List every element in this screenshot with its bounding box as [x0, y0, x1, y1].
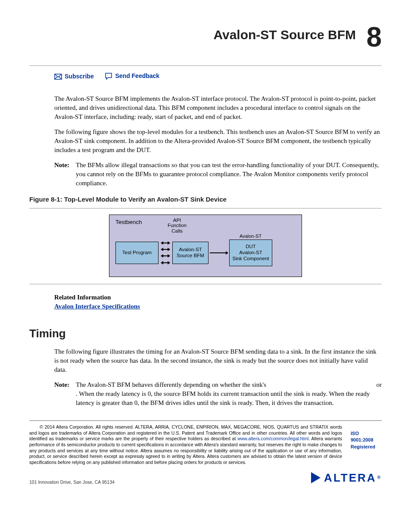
- timing-note-label: Note:: [54, 380, 76, 408]
- diagram-api-arrows: [161, 243, 170, 263]
- subscribe-label: Subscribe: [65, 72, 94, 81]
- intro-paragraph-1: The Avalon-ST Source BFM implements the …: [54, 94, 382, 121]
- diagram-avalon-st-label: Avalon-ST: [240, 233, 262, 240]
- diagram-avalon-st-arrow: [210, 252, 228, 253]
- figure-8-1: Testbench API Function Calls Avalon-ST T…: [29, 215, 382, 277]
- timing-paragraph: The following figure illustrates the tim…: [54, 347, 382, 374]
- timing-note-text-a: The Avalon-ST BFM behaves differently de…: [76, 381, 266, 388]
- diagram-box3-line1: DUT: [230, 244, 272, 250]
- avalon-spec-link[interactable]: Avalon Interface Specifications: [54, 303, 140, 310]
- intro-paragraph-2: The following figure shows the top-level…: [54, 128, 382, 155]
- note-text: The BFMs allow illegal transactions so t…: [76, 161, 382, 188]
- diagram-box3-line3: Sink Component: [230, 256, 272, 262]
- diagram-box-test-program: Test Program: [115, 242, 159, 264]
- divider: [29, 284, 382, 284]
- copyright-symbol: ©: [29, 424, 43, 429]
- speech-bubble-icon: [105, 73, 112, 80]
- footer-address: 101 Innovation Drive, San Jose, CA 95134: [29, 479, 115, 485]
- chapter-number: 8: [366, 18, 382, 57]
- timing-note-text-c: . When the ready latency is 0, the sourc…: [76, 390, 370, 406]
- divider: [29, 208, 382, 208]
- timing-note-text-b: or: [377, 380, 382, 389]
- feedback-label: Send Feedback: [115, 72, 159, 81]
- diagram-box2-line1: Avalon-ST: [173, 247, 208, 253]
- diagram-box-source-bfm: Avalon-ST Source BFM: [172, 242, 209, 264]
- diagram-api-label: API Function Calls: [166, 218, 188, 234]
- note-label: Note:: [54, 161, 76, 188]
- envelope-icon: [54, 74, 62, 80]
- diagram-box3-line2: Avalon-ST: [230, 250, 272, 256]
- iso-badge: ISO 9001:2008 Registered: [351, 424, 382, 450]
- logo-text: ALTERA: [324, 470, 377, 485]
- diagram-testbench-label: Testbench: [115, 218, 290, 227]
- logo-triangle-icon: [311, 472, 321, 483]
- logo-registered-mark: ®: [377, 475, 382, 481]
- related-info-heading: Related Information: [54, 293, 382, 302]
- timing-note-text: The Avalon-ST BFM behaves differently de…: [76, 380, 382, 408]
- diagram-box2-line2: Source BFM: [173, 253, 208, 259]
- divider: [29, 65, 382, 66]
- altera-logo: ALTERA ®: [311, 470, 382, 485]
- figure-caption: Figure 8-1: Top-Level Module to Verify a…: [29, 195, 382, 204]
- timing-note-block: Note: The Avalon-ST BFM behaves differen…: [54, 380, 382, 408]
- subscribe-link[interactable]: Subscribe: [54, 72, 94, 81]
- chapter-title: Avalon-ST Source BFM: [29, 26, 382, 44]
- legal-link[interactable]: www.altera.com/common/legal.html: [237, 436, 308, 441]
- testbench-diagram: Testbench API Function Calls Avalon-ST T…: [109, 215, 302, 277]
- chapter-header: Avalon-ST Source BFM 8: [29, 26, 382, 44]
- note-block: Note: The BFMs allow illegal transaction…: [54, 161, 382, 188]
- legal-text: © 2014 Altera Corporation. All rights re…: [29, 424, 342, 465]
- divider: [29, 420, 382, 421]
- feedback-link[interactable]: Send Feedback: [105, 72, 159, 81]
- diagram-box-dut: DUT Avalon-ST Sink Component: [229, 240, 272, 266]
- timing-heading: Timing: [29, 326, 382, 341]
- action-bar: Subscribe Send Feedback: [29, 72, 382, 82]
